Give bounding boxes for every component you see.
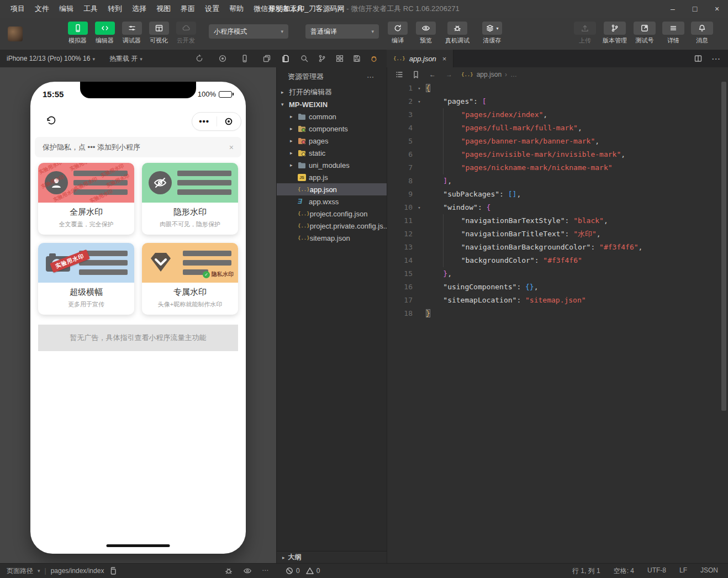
menu-帮助[interactable]: 帮助 [224,0,249,18]
preview-eye-icon[interactable] [243,566,252,575]
breadcrumb-file[interactable]: app.json [477,71,502,78]
hot-reload-toggle[interactable]: 热重载 开▾ [109,54,143,63]
view-调试器-button[interactable]: 调试器 [118,22,145,45]
files-icon[interactable] [281,54,291,63]
tree-item-common[interactable]: ▸common [277,110,387,123]
chevron-right-icon: ▸ [290,138,298,144]
tree-item-app.js[interactable]: JSapp.js [277,171,387,183]
code-area[interactable]: 1▾{2▾ "pages": [3 "pages/index/index",4 … [387,82,728,320]
card-专属水印[interactable]: ✓隐私水印专属水印头像+昵称就能制作水印 [142,243,238,315]
bookmark-icon[interactable] [412,70,420,79]
outline-section[interactable]: ▸ 大纲 [277,551,387,563]
action-上传-button[interactable]: 上传 [572,22,598,45]
card-隐形水印[interactable]: 隐形水印肉眼不可见，隐形保护 [142,163,238,235]
more-menu-button[interactable]: ••• [192,119,217,124]
record-icon[interactable] [218,54,228,63]
tree-item-components[interactable]: ▸components [277,123,387,135]
menu-工具[interactable]: 工具 [78,0,103,18]
close-button[interactable]: × [706,0,728,18]
tree-section-MP-WEIXIN[interactable]: ▾MP-WEIXIN [277,98,387,110]
tree-item-app.wxss[interactable]: Ǝapp.wxss [277,195,387,208]
action-真机调试-button[interactable]: 真机调试 [441,22,473,45]
vconsole-bug-icon[interactable] [224,566,233,575]
menu-设置[interactable]: 设置 [200,0,224,18]
view-可视化-button[interactable]: 可视化 [145,22,172,45]
avatar[interactable] [8,26,23,41]
maximize-button[interactable]: □ [684,0,706,18]
overlap-icon[interactable] [262,54,272,63]
action-清缓存-button[interactable]: ▾清缓存 [476,22,508,45]
errors-indicator[interactable]: 0 [285,566,300,575]
outline-list-icon[interactable] [395,70,404,79]
tab-close-icon[interactable]: × [442,55,447,63]
menu-转到[interactable]: 转到 [103,0,127,18]
tree-item-sitemap.json[interactable]: {..}sitemap.json [277,232,387,244]
fold-icon[interactable]: ▾ [413,95,426,108]
action-消息-button[interactable]: 消息 [689,22,715,45]
view-编辑器-button[interactable]: 编辑器 [91,22,118,45]
save-icon[interactable] [352,54,362,63]
reload-icon[interactable] [45,114,59,128]
forward-arrow-icon[interactable]: → [445,70,453,79]
card-超级横幅[interactable]: 实验用水印超级横幅更多用于宣传 [38,243,134,315]
tree-section--[interactable]: ▸打开的编辑器 [277,86,387,98]
fold-icon[interactable]: ▾ [413,201,426,214]
close-minimize-button[interactable] [217,117,241,126]
menu-编辑[interactable]: 编辑 [54,0,78,18]
menu-界面[interactable]: 界面 [176,0,200,18]
action-版本管理-button[interactable]: 版本管理 [601,22,629,45]
tree-item-uni_modules[interactable]: ▸uni_modules [277,159,387,171]
menu-文件[interactable]: 文件 [30,0,54,18]
editor-scrollbar[interactable] [721,82,726,411]
search-icon[interactable] [299,54,309,63]
rotate-icon[interactable] [194,54,204,63]
eol[interactable]: LF [679,566,687,576]
page-path-value[interactable]: pages/index/index [51,567,104,575]
warnings-indicator[interactable]: 0 [305,566,320,575]
fold-icon[interactable]: ▾ [413,82,426,95]
encoding[interactable]: UTF-8 [647,566,666,576]
action-编译-button[interactable]: 编译 [385,22,410,45]
grid-icon[interactable] [335,54,345,63]
action-预览-button[interactable]: 预览 [413,22,439,45]
breadcrumb-more[interactable]: … [510,71,517,78]
copy-icon[interactable] [108,566,117,575]
tree-item-project.private.config.js...[interactable]: {..}project.private.config.js... [277,220,387,232]
mock-icon[interactable] [369,54,379,63]
notice-close-icon[interactable]: × [229,143,234,152]
editor-more-icon[interactable]: ⋯ [711,54,720,64]
page-path-label[interactable]: 页面路径 [7,566,33,576]
menu-选择[interactable]: 选择 [127,0,151,18]
tree-item-pages[interactable]: ▸pages [277,135,387,147]
menu-icon [669,24,678,33]
tab-app-json[interactable]: {..} app.json × [387,50,453,67]
device-selector[interactable]: iPhone 12/13 (Pro) 100% 16▾ [7,55,95,62]
compile-mode-dropdown[interactable]: 普通编译▾ [305,24,379,39]
card-全屏水印[interactable]: 实验用水印实验用水印实验用水印实验用水印实验用水印实验用水印实验用水印实验用水印… [38,163,134,235]
tree-item-app.json[interactable]: {..}app.json [277,183,387,195]
git-branch-icon[interactable] [317,54,327,63]
language-mode[interactable]: JSON [700,566,718,576]
menu-视图[interactable]: 视图 [151,0,176,18]
menu-项目[interactable]: 项目 [6,0,30,18]
chevron-right-icon: ▸ [290,162,298,168]
minimize-button[interactable]: – [662,0,684,18]
sim-more-icon[interactable]: ⋯ [262,566,268,575]
code-line-12: 12 "navigationBarTitleText": "水印", [387,227,728,241]
action-测试号-button[interactable]: 测试号 [632,22,657,45]
split-editor-icon[interactable] [694,54,703,63]
view-模拟器-button[interactable]: 模拟器 [64,22,91,45]
upload-icon [581,24,589,33]
cursor-position[interactable]: 行 1, 列 1 [572,566,600,576]
tree-item-static[interactable]: ▸static [277,147,387,159]
view-云开发-button[interactable]: 云开发 [172,22,199,45]
back-arrow-icon[interactable]: ← [428,70,437,79]
view-调试器-label: 调试器 [123,36,141,45]
device-icon[interactable] [240,54,250,63]
mode-dropdown[interactable]: 小程序模式▾ [209,24,288,39]
explorer-more-icon[interactable]: ⋯ [367,73,374,81]
view-模拟器-label: 模拟器 [68,36,87,45]
tree-item-project.config.json[interactable]: {..}project.config.json [277,208,387,220]
indent-setting[interactable]: 空格: 4 [614,566,634,576]
action-详情-button[interactable]: 详情 [661,22,686,45]
